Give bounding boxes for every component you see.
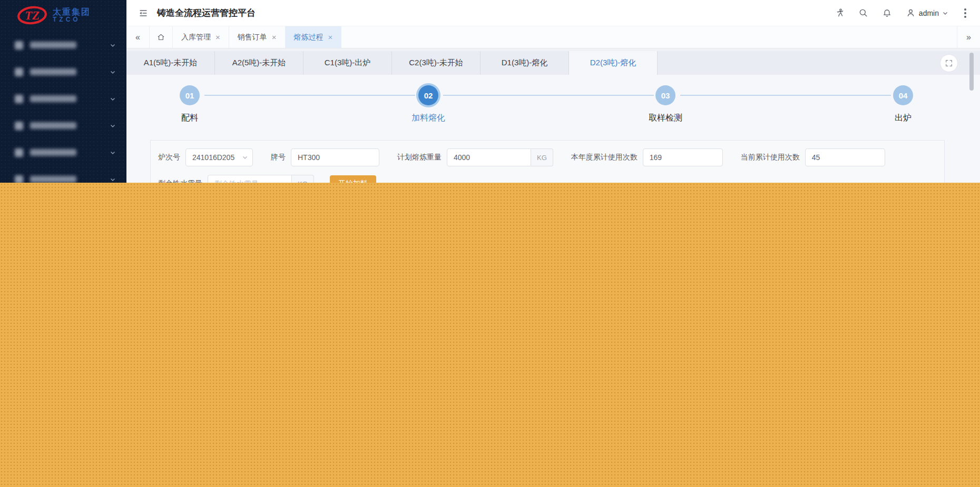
step-4-tapping[interactable]: 04 出炉 [893, 75, 913, 124]
step-label: 取样检测 [649, 113, 682, 124]
sidebar-item-label-redacted [30, 149, 76, 156]
heat-number-label: 炉次号 [158, 153, 180, 162]
kg-unit-suffix: KG [531, 148, 553, 166]
step-3-sampling-test[interactable]: 03 取样检测 [649, 75, 682, 124]
sidebar-item-redacted-5[interactable] [0, 139, 126, 166]
chevron-down-icon [242, 154, 248, 161]
header-actions: admin [835, 7, 968, 19]
chevron-down-icon [110, 96, 116, 102]
step-label: 出炉 [893, 113, 913, 124]
sidebar-item-label-redacted [30, 176, 76, 183]
furnace-tab-a2[interactable]: A2(5吨)-未开始 [215, 51, 303, 75]
chevron-down-icon [110, 123, 116, 129]
search-icon[interactable] [858, 8, 868, 18]
vertical-scrollbar-thumb[interactable] [969, 53, 974, 91]
tab-bar-spacer [341, 26, 957, 48]
fullscreen-icon [945, 59, 953, 67]
kebab-menu-icon[interactable] [962, 7, 968, 19]
nav-tab-label: 熔炼过程 [294, 33, 324, 42]
nav-tab-label: 销售订单 [238, 33, 267, 42]
sidebar-item-label-redacted [30, 122, 76, 129]
close-icon[interactable] [215, 33, 220, 41]
step-number: 04 [893, 85, 913, 105]
furnace-tab-d2[interactable]: D2(3吨)-熔化 [569, 51, 658, 75]
sidebar-item-redacted-3[interactable] [0, 85, 126, 112]
current-usage-count-label: 当前累计使用次数 [741, 153, 800, 162]
nav-tab-melting-process[interactable]: 熔炼过程 [286, 26, 342, 48]
sidebar-menu [0, 31, 126, 193]
sidebar-item-label-redacted [30, 95, 76, 102]
fullscreen-button[interactable] [940, 54, 958, 72]
app-header: 铸造全流程运营管控平台 [126, 0, 980, 26]
logo: TZ 太重集团 TZCO [0, 0, 126, 31]
step-label: 加料熔化 [411, 113, 445, 124]
step-number: 03 [655, 85, 675, 105]
home-icon [156, 33, 165, 42]
redaction-overlay [0, 183, 980, 487]
scroll-tabs-left-button[interactable] [126, 26, 150, 48]
sidebar-item-icon [15, 41, 23, 49]
nav-tab-inbound[interactable]: 入库管理 [173, 26, 229, 48]
furnace-tab-d1[interactable]: D1(3吨)-熔化 [481, 51, 569, 75]
step-connector [204, 95, 415, 96]
sidebar-item-icon [15, 148, 23, 157]
sidebar-item-redacted-2[interactable] [0, 58, 126, 85]
furnace-tab-c1[interactable]: C1(3吨)-出炉 [303, 51, 392, 75]
page-title: 铸造全流程运营管控平台 [157, 7, 256, 19]
sidebar-item-redacted-1[interactable] [0, 32, 126, 58]
grade-input[interactable] [291, 148, 379, 166]
collapse-menu-icon[interactable] [138, 8, 149, 18]
yearly-usage-count-label: 本年度累计使用次数 [571, 153, 638, 162]
grade-label: 牌号 [271, 153, 286, 162]
company-name-cn: 太重集团 [53, 7, 91, 17]
step-connector [680, 95, 891, 96]
process-stepper: 01 配料 02 加料熔化 03 取样检测 04 出炉 [126, 75, 980, 134]
scroll-tabs-right-button[interactable] [957, 26, 980, 48]
user-name: admin [919, 9, 939, 17]
chevron-down-icon [110, 69, 116, 75]
close-icon[interactable] [272, 33, 277, 41]
close-icon[interactable] [328, 33, 333, 41]
step-number: 01 [180, 85, 200, 105]
step-label: 配料 [180, 113, 200, 124]
sidebar-item-label-redacted [30, 42, 76, 48]
current-usage-count-input[interactable] [805, 148, 885, 166]
nav-tab-label: 入库管理 [181, 33, 211, 42]
guide-icon[interactable] [835, 8, 845, 18]
nav-tab-sales-order[interactable]: 销售订单 [229, 26, 286, 48]
home-tab[interactable] [150, 26, 173, 48]
sidebar-item-icon [15, 122, 23, 130]
step-connector [443, 95, 654, 96]
sidebar-item-icon [15, 95, 23, 103]
furnace-tab-strip: A1(5吨)-未开始 A2(5吨)-未开始 C1(3吨)-出炉 C2(3吨)-未… [126, 51, 980, 75]
chevron-down-icon [110, 42, 116, 48]
user-menu[interactable]: admin [906, 8, 948, 18]
planned-melt-weight-input[interactable] [447, 148, 531, 166]
bell-icon[interactable] [882, 8, 892, 18]
step-2-charging-melting[interactable]: 02 加料熔化 [411, 75, 445, 124]
planned-melt-weight-label: 计划熔炼重量 [397, 153, 442, 162]
svg-text:TZ: TZ [25, 9, 40, 22]
step-1-peiliao[interactable]: 01 配料 [180, 75, 200, 124]
sidebar-item-label-redacted [30, 68, 76, 75]
nav-tab-bar: 入库管理 销售订单 熔炼过程 [126, 26, 980, 48]
user-icon [906, 8, 916, 18]
furnace-tab-c2[interactable]: C2(3吨)-未开始 [392, 51, 481, 75]
chevron-down-icon [110, 150, 116, 156]
form-row-1: 炉次号 牌号 [158, 146, 937, 168]
furnace-tab-a1[interactable]: A1(5吨)-未开始 [126, 51, 215, 75]
sidebar-item-redacted-4[interactable] [0, 112, 126, 139]
company-name-en: TZCO [53, 16, 91, 23]
step-number: 02 [418, 85, 438, 105]
chevron-down-icon [110, 176, 116, 183]
yearly-usage-count-input[interactable] [643, 148, 723, 166]
chevron-down-icon [942, 10, 948, 16]
sidebar-item-icon [15, 68, 23, 76]
tzco-logo-emblem: TZ [17, 5, 47, 25]
